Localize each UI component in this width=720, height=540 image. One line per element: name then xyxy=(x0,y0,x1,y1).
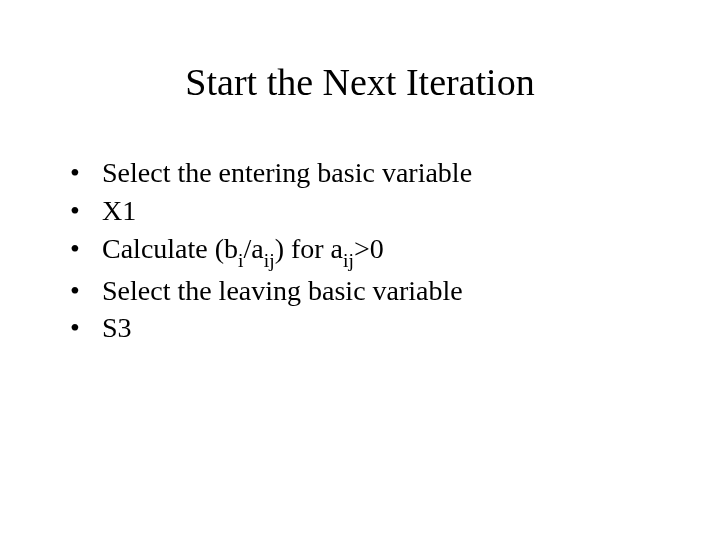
list-item: S3 xyxy=(70,309,660,347)
slide: Start the Next Iteration Select the ente… xyxy=(0,0,720,540)
text-fragment: /a xyxy=(244,233,264,264)
text-fragment: ) for a xyxy=(275,233,343,264)
list-item: Calculate (bi/aij) for aij>0 xyxy=(70,230,660,272)
bullet-list: Select the entering basic variable X1 Ca… xyxy=(70,154,660,347)
text-fragment: >0 xyxy=(354,233,384,264)
subscript: ij xyxy=(343,250,354,271)
list-item: Select the leaving basic variable xyxy=(70,272,660,310)
list-item: X1 xyxy=(70,192,660,230)
subscript: i xyxy=(238,250,243,271)
subscript: ij xyxy=(264,250,275,271)
text-fragment: Calculate (b xyxy=(102,233,238,264)
slide-title: Start the Next Iteration xyxy=(60,60,660,104)
list-item: Select the entering basic variable xyxy=(70,154,660,192)
